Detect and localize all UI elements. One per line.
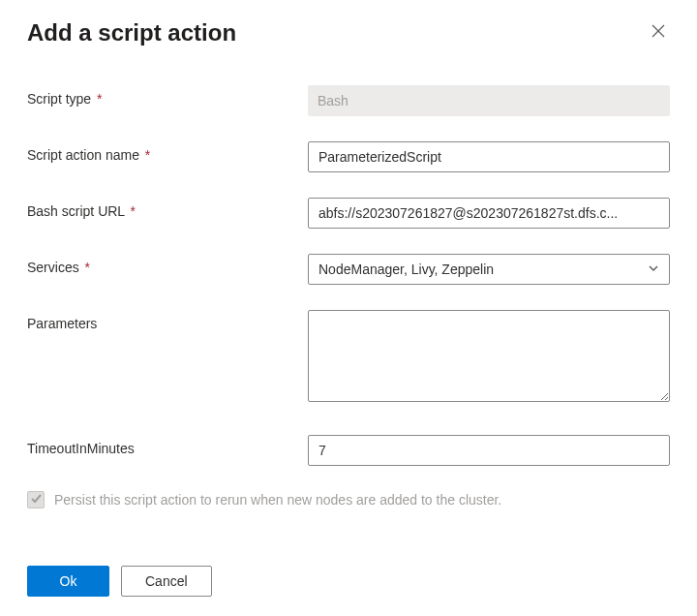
persist-checkbox [27, 491, 45, 508]
checkmark-icon [30, 491, 43, 508]
timeout-input[interactable] [308, 435, 670, 466]
bash-script-url-label: Bash script URL * [27, 198, 308, 219]
script-type-field: Bash [308, 85, 670, 116]
cancel-button[interactable]: Cancel [121, 566, 212, 597]
page-title: Add a script action [27, 19, 236, 46]
ok-button[interactable]: Ok [27, 566, 109, 597]
services-dropdown[interactable]: NodeManager, Livy, Zeppelin [308, 254, 670, 285]
close-button[interactable] [647, 19, 670, 46]
script-action-name-label: Script action name * [27, 141, 308, 163]
chevron-down-icon [648, 262, 659, 277]
bash-script-url-input[interactable] [308, 198, 670, 229]
parameters-textarea[interactable] [308, 310, 670, 402]
required-marker: * [97, 91, 102, 107]
script-action-name-input[interactable] [308, 141, 670, 172]
required-marker: * [131, 203, 136, 219]
parameters-label: Parameters [27, 310, 308, 331]
script-type-label: Script type * [27, 85, 308, 107]
required-marker: * [145, 147, 150, 163]
persist-checkbox-label: Persist this script action to rerun when… [54, 492, 501, 508]
timeout-label: TimeoutInMinutes [27, 435, 308, 456]
services-label: Services * [27, 254, 308, 275]
services-value: NodeManager, Livy, Zeppelin [318, 262, 494, 277]
required-marker: * [85, 260, 90, 275]
close-icon [651, 23, 666, 43]
